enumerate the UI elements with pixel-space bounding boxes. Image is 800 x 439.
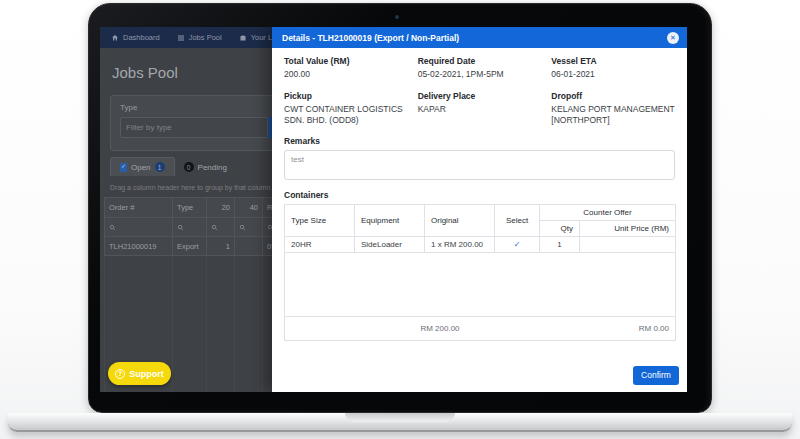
close-icon[interactable]: ✕ <box>667 32 679 44</box>
screen-viewport: Dashboard Jobs Pool Your Listing Jobs Po… <box>100 27 687 392</box>
details-modal: Details - TLH21000019 (Export / Non-Part… <box>272 27 687 392</box>
col-original: Original <box>425 205 495 237</box>
field-value: 200.00 <box>284 69 408 80</box>
cell-20: 1 <box>207 237 235 256</box>
remarks-textarea[interactable]: test <box>284 150 675 180</box>
confirm-button[interactable]: Confirm <box>633 366 679 385</box>
nav-item-dashboard[interactable]: Dashboard <box>111 33 160 42</box>
remarks-label: Remarks <box>284 136 675 146</box>
nav-item-jobs-pool[interactable]: Jobs Pool <box>177 33 222 42</box>
field-delivery-place: Delivery Place KAPAR <box>418 91 542 126</box>
col-counter-offer: Counter Offer <box>540 205 676 221</box>
laptop-base <box>8 413 792 432</box>
column-filter[interactable] <box>105 218 173 237</box>
containers-totals-row: RM 200.00 RM 0.00 <box>285 317 676 341</box>
field-label: Pickup <box>284 91 408 101</box>
details-fields: Total Value (RM) 200.00 Required Date 05… <box>284 56 675 126</box>
modal-footer: Confirm <box>272 358 687 392</box>
field-label: Total Value (RM) <box>284 56 408 66</box>
col-40[interactable]: 40 <box>235 198 263 218</box>
counter-total: RM 0.00 <box>639 324 669 333</box>
support-label: Support <box>129 369 164 379</box>
modal-body: Total Value (RM) 200.00 Required Date 05… <box>272 48 687 358</box>
laptop-hinge-notch <box>345 413 455 422</box>
search-icon <box>177 224 184 231</box>
search-icon <box>109 224 116 231</box>
tab-pending-label: Pending <box>198 163 227 172</box>
field-value: KAPAR <box>418 104 542 115</box>
cell-40 <box>235 237 263 256</box>
laptop-mockup: Dashboard Jobs Pool Your Listing Jobs Po… <box>0 0 800 439</box>
col-order[interactable]: Order # <box>105 198 173 218</box>
field-value: KELANG PORT MANAGEMENT [NORTHPORT] <box>551 104 675 126</box>
field-value: 06-01-2021 <box>551 69 675 80</box>
cell-order: TLH21000019 <box>105 237 173 256</box>
field-label: Delivery Place <box>418 91 542 101</box>
field-dropoff: Dropoff KELANG PORT MANAGEMENT [NORTHPOR… <box>551 91 675 126</box>
field-total-value: Total Value (RM) 200.00 <box>284 56 408 80</box>
cell-equipment: SideLoader <box>355 237 425 253</box>
field-value: 05-02-2021, 1PM-5PM <box>418 69 542 80</box>
briefcase-icon <box>239 34 247 42</box>
col-equipment: Equipment <box>355 205 425 237</box>
original-total: RM 200.00 <box>405 324 475 333</box>
home-icon <box>111 34 119 42</box>
cell-unit-price[interactable] <box>580 237 676 253</box>
col-select: Select <box>495 205 540 237</box>
col-unit-price: Unit Price (RM) <box>580 221 676 237</box>
col-20[interactable]: 20 <box>207 198 235 218</box>
col-qty: Qty <box>540 221 580 237</box>
webcam-dot <box>395 15 399 19</box>
cell-type-size: 20HR <box>285 237 355 253</box>
containers-empty-row <box>285 253 676 317</box>
tab-pending[interactable]: 0 Pending <box>175 158 236 176</box>
cell-original: 1 x RM 200.00 <box>425 237 495 253</box>
select-checkbox[interactable]: ✓ <box>514 240 521 249</box>
containers-header-row-1: Type Size Equipment Original Select Coun… <box>285 205 676 221</box>
column-filter[interactable] <box>173 218 207 237</box>
field-vessel-eta: Vessel ETA 06-01-2021 <box>551 56 675 80</box>
tab-open[interactable]: Open 1 <box>110 157 175 176</box>
field-pickup: Pickup CWT CONTAINER LOGISTICS SDN. BHD.… <box>284 91 408 126</box>
field-label: Required Date <box>418 56 542 66</box>
search-icon <box>239 224 246 231</box>
pending-count-badge: 0 <box>184 162 194 172</box>
support-button[interactable]: ? Support <box>108 362 171 385</box>
column-filter[interactable] <box>207 218 235 237</box>
col-type[interactable]: Type <box>173 198 207 218</box>
field-required-date: Required Date 05-02-2021, 1PM-5PM <box>418 56 542 80</box>
container-row: 20HR SideLoader 1 x RM 200.00 ✓ 1 <box>285 237 676 253</box>
nav-label: Jobs Pool <box>189 33 222 42</box>
filter-type-input[interactable] <box>120 117 268 138</box>
column-filter[interactable] <box>235 218 263 237</box>
document-icon <box>120 163 127 172</box>
modal-header: Details - TLH21000019 (Export / Non-Part… <box>272 27 687 48</box>
cell-qty[interactable]: 1 <box>540 237 580 253</box>
col-type-size: Type Size <box>285 205 355 237</box>
field-label: Dropoff <box>551 91 675 101</box>
field-value: CWT CONTAINER LOGISTICS SDN. BHD. (ODD8) <box>284 104 408 126</box>
cell-type: Export <box>173 237 207 256</box>
modal-title: Details - TLH21000019 (Export / Non-Part… <box>282 33 667 43</box>
list-icon <box>177 34 185 42</box>
search-icon <box>211 224 218 231</box>
containers-table: Type Size Equipment Original Select Coun… <box>284 204 676 341</box>
question-icon: ? <box>115 369 125 379</box>
open-count-badge: 1 <box>155 162 165 172</box>
containers-label: Containers <box>284 190 675 200</box>
tab-open-label: Open <box>131 163 151 172</box>
field-label: Vessel ETA <box>551 56 675 66</box>
nav-label: Dashboard <box>123 33 160 42</box>
